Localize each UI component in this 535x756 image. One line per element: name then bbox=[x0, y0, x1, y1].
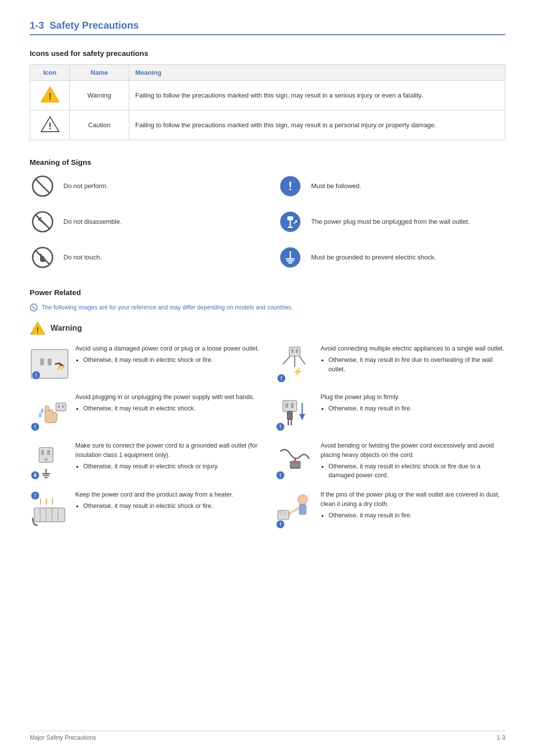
svg-point-93 bbox=[283, 512, 285, 513]
warning-items-grid: ! Avoid using a damaged power cord or pl… bbox=[30, 344, 505, 530]
multiple-appliances-illustration: ⚡ ! bbox=[275, 345, 314, 383]
do-not-touch-icon bbox=[30, 245, 55, 270]
svg-point-84 bbox=[298, 495, 308, 504]
section-title: 1-3 Safety Precautions bbox=[30, 20, 505, 35]
name-cell-caution: Caution bbox=[70, 110, 129, 140]
warning-content-8: If the pins of the power plug or the wal… bbox=[321, 490, 505, 521]
col-icon: Icon bbox=[30, 65, 70, 81]
icons-section: Icons used for safety precautions Icon N… bbox=[30, 49, 505, 140]
svg-text:!: ! bbox=[279, 424, 281, 430]
reference-text: The following images are for your refere… bbox=[42, 304, 293, 311]
warning-item-6: ! Avoid bending or twisting the power co… bbox=[275, 441, 505, 481]
svg-line-5 bbox=[36, 179, 50, 193]
dust-pins-illustration: ! bbox=[275, 491, 314, 529]
svg-point-45 bbox=[39, 413, 42, 418]
svg-text:!: ! bbox=[279, 473, 281, 478]
signs-section: Meaning of Signs Do not perform. ! Must … bbox=[30, 158, 505, 270]
footer-left: Major Safety Precautions bbox=[30, 734, 96, 741]
svg-text:!: ! bbox=[288, 179, 292, 193]
warning-img-8: ! bbox=[275, 490, 315, 530]
svg-rect-36 bbox=[291, 349, 294, 353]
svg-text:!: ! bbox=[35, 373, 37, 378]
svg-rect-53 bbox=[291, 403, 294, 408]
ref-icon bbox=[30, 303, 38, 311]
warning-title-8: If the pins of the power plug or the wal… bbox=[321, 490, 505, 509]
meaning-cell-warning: Failing to follow the precautions marked… bbox=[129, 81, 505, 110]
warning-bullet-3: Otherwise, it may result in electric sho… bbox=[83, 404, 260, 413]
warning-img-3: ! bbox=[30, 393, 69, 432]
table-row: ! Warning Failing to follow the precauti… bbox=[30, 81, 505, 110]
power-heading: Power Related bbox=[30, 288, 505, 297]
warning-title-5: Make sure to connect the power cord to a… bbox=[75, 441, 260, 460]
warning-img-4: ! bbox=[275, 393, 315, 432]
sign-unplug: The power plug must be unplugged from th… bbox=[277, 209, 505, 235]
svg-marker-58 bbox=[299, 414, 305, 420]
warning-title-2: Avoid connecting multiple electric appli… bbox=[321, 344, 505, 353]
warning-img-1: ! bbox=[30, 344, 69, 384]
unplug-text: The power plug must be unplugged from th… bbox=[311, 217, 470, 226]
warning-item-7: ! Keep the power cord and the product aw… bbox=[30, 490, 260, 530]
sign-do-not-disassemble: Do not disassemble. bbox=[30, 209, 258, 235]
warning-img-5 bbox=[30, 441, 69, 481]
warning-title-3: Avoid plugging in or unplugging the powe… bbox=[75, 393, 260, 402]
svg-rect-37 bbox=[296, 349, 298, 353]
do-not-touch-text: Do not touch. bbox=[63, 253, 102, 262]
svg-line-27 bbox=[32, 306, 35, 309]
warning-bullet-1: Otherwise, it may result in electric sho… bbox=[83, 355, 260, 365]
wet-hands-illustration: ! bbox=[30, 393, 69, 432]
page-footer: Major Safety Precautions 1-3 bbox=[30, 731, 505, 741]
reference-note: The following images are for your refere… bbox=[30, 303, 505, 311]
warning-bullet-2: Otherwise, it may result in fire due to … bbox=[328, 355, 505, 374]
icons-table: Icon Name Meaning ! Warning Failing to f… bbox=[30, 64, 505, 140]
sign-grounded: Must be grounded to prevent electric sho… bbox=[277, 245, 505, 270]
heater-illustration: ! bbox=[30, 491, 69, 529]
svg-rect-46 bbox=[56, 403, 66, 411]
warning-item-3: ! Avoid plugging in or unplugging the po… bbox=[30, 393, 260, 432]
signs-grid: Do not perform. ! Must be followed. bbox=[30, 173, 505, 270]
svg-point-44 bbox=[41, 408, 44, 413]
svg-rect-54 bbox=[287, 411, 292, 419]
power-section: Power Related The following images are f… bbox=[30, 288, 505, 530]
icon-cell-caution: ! bbox=[30, 110, 70, 140]
svg-rect-31 bbox=[40, 358, 44, 365]
svg-text:!: ! bbox=[34, 493, 36, 499]
unplug-icon bbox=[277, 209, 303, 235]
svg-point-91 bbox=[279, 512, 281, 513]
sign-do-not-perform: Do not perform. bbox=[30, 173, 258, 199]
name-cell-warning: Warning bbox=[70, 81, 129, 110]
svg-rect-77 bbox=[34, 508, 65, 522]
warning-content-6: Avoid bending or twisting the power cord… bbox=[321, 441, 505, 481]
warning-label: Warning bbox=[51, 324, 82, 333]
footer-right: 1-3 bbox=[497, 734, 505, 741]
warning-bullet-8: Otherwise, it may result in fire. bbox=[328, 511, 505, 520]
do-not-perform-text: Do not perform. bbox=[63, 182, 108, 191]
warning-item-5: Make sure to connect the power cord to a… bbox=[30, 441, 260, 481]
svg-rect-47 bbox=[58, 405, 60, 408]
svg-rect-35 bbox=[289, 347, 300, 356]
svg-line-38 bbox=[283, 356, 290, 364]
warning-img-2: ⚡ ! bbox=[275, 344, 315, 384]
warning-item-2: ⚡ ! Avoid connecting multiple electric a… bbox=[275, 344, 505, 384]
col-meaning: Meaning bbox=[129, 65, 505, 81]
do-not-perform-icon bbox=[30, 173, 55, 199]
must-be-followed-icon: ! bbox=[277, 173, 303, 199]
warning-title-1: Avoid using a damaged power cord or plug… bbox=[75, 344, 260, 353]
do-not-disassemble-icon bbox=[30, 209, 55, 235]
warning-title-6: Avoid bending or twisting the power cord… bbox=[321, 441, 505, 460]
warning-item-1: ! Avoid using a damaged power cord or pl… bbox=[30, 344, 260, 384]
warning-bullet-7: Otherwise, it may result in electric sho… bbox=[83, 502, 260, 511]
warning-content-3: Avoid plugging in or unplugging the powe… bbox=[75, 393, 260, 414]
warning-bullet-6: Otherwise, it may result in electric sho… bbox=[328, 462, 505, 481]
svg-text:!: ! bbox=[49, 121, 52, 131]
warning-item-4: ! Plug the power plug in firmly. Otherwi… bbox=[275, 393, 505, 432]
svg-line-10 bbox=[39, 219, 46, 225]
warning-content-7: Keep the power cord and the product away… bbox=[75, 490, 260, 512]
warning-header-icon: ! bbox=[30, 321, 46, 335]
svg-text:!: ! bbox=[37, 326, 39, 334]
grounded-icon bbox=[277, 245, 303, 270]
warning-content-4: Plug the power plug in firmly. Otherwise… bbox=[321, 393, 505, 414]
caution-icon: ! bbox=[40, 115, 60, 133]
must-be-followed-text: Must be followed. bbox=[311, 182, 361, 191]
meaning-cell-caution: Failing to follow the precautions marked… bbox=[129, 110, 505, 140]
svg-rect-32 bbox=[48, 358, 52, 365]
